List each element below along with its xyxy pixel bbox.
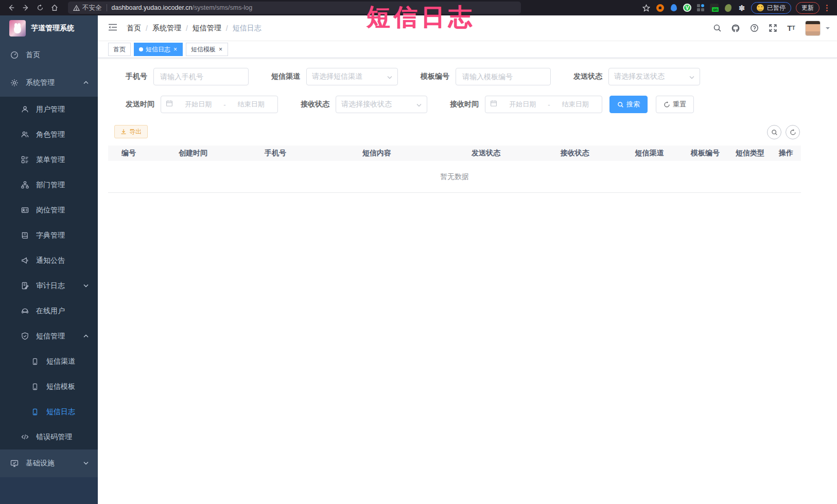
sidebar-item-sms-log[interactable]: 短信日志	[0, 399, 98, 424]
sidebar-item-menu-management[interactable]: 菜单管理	[0, 147, 98, 172]
breadcrumb-home[interactable]: 首页	[127, 24, 141, 33]
bookmark-star-icon[interactable]	[641, 3, 651, 12]
sidebar-item-label: 短信管理	[36, 332, 65, 341]
extension-on-icon[interactable]: on	[710, 4, 719, 12]
send-status-select[interactable]: 请选择发送状态	[608, 68, 700, 85]
daterange-separator: -	[548, 101, 550, 109]
user-avatar[interactable]	[805, 21, 821, 36]
sidebar-item-label: 错误码管理	[36, 433, 72, 442]
sidebar-item-home[interactable]: 首页	[0, 41, 98, 69]
sidebar-item-system-management[interactable]: 系统管理	[0, 69, 98, 97]
help-icon[interactable]	[747, 22, 761, 35]
tab-home[interactable]: 首页	[108, 43, 131, 56]
site-security[interactable]: 不安全	[73, 4, 102, 12]
chevron-down-icon	[83, 284, 89, 287]
extension-v-label: V	[686, 5, 689, 11]
chevron-down-icon	[387, 72, 392, 81]
search-form: 手机号 短信渠道 请选择短信渠道 模板编号 发送状态 请选择发送状态	[98, 67, 837, 114]
app-logo[interactable]: 芋道管理系统	[0, 15, 98, 41]
breadcrumb-system[interactable]: 系统管理	[152, 24, 181, 33]
template-id-input[interactable]	[456, 68, 551, 85]
breadcrumb-current: 短信日志	[233, 24, 261, 33]
sidebar-item-label: 通知公告	[36, 256, 65, 265]
refresh-table-button[interactable]	[786, 125, 800, 139]
send-time-daterange[interactable]: 开始日期 - 结束日期	[161, 96, 278, 113]
export-button[interactable]: 导出	[114, 125, 148, 138]
paused-chip[interactable]: 已暂停	[751, 2, 791, 14]
extension-drop-icon[interactable]	[669, 3, 678, 12]
extension-grid-icon[interactable]	[696, 3, 705, 12]
table-header-channel: 短信渠道	[617, 149, 682, 158]
reset-button-label: 重置	[673, 100, 686, 109]
sidebar-item-notice[interactable]: 通知公告	[0, 248, 98, 273]
reset-button[interactable]: 重置	[656, 96, 694, 113]
warning-icon	[73, 5, 80, 11]
select-placeholder: 请选择短信渠道	[312, 72, 362, 81]
receive-time-daterange[interactable]: 开始日期 - 结束日期	[485, 96, 602, 113]
browser-menu-icon[interactable]	[824, 5, 833, 11]
search-button-label: 搜索	[626, 100, 640, 109]
sidebar-item-label: 用户管理	[36, 105, 65, 114]
table-header-content: 短信内容	[314, 149, 440, 158]
sidebar-item-role-management[interactable]: 角色管理	[0, 122, 98, 147]
sms-log-table: 编号 创建时间 手机号 短信内容 发送状态 接收状态 短信渠道 模板编号 短信类…	[108, 146, 801, 193]
sidebar-item-post-management[interactable]: 岗位管理	[0, 197, 98, 223]
github-icon[interactable]	[729, 22, 742, 35]
filter-label: 接收状态	[301, 100, 336, 109]
forward-icon[interactable]	[20, 2, 32, 14]
breadcrumb-separator: /	[186, 24, 188, 32]
user-icon	[21, 105, 29, 114]
tab-sms-template[interactable]: 短信模板	[186, 43, 228, 56]
sidebar-item-error-code-management[interactable]: 错误码管理	[0, 424, 98, 449]
extension-flower-icon[interactable]: ✽	[737, 3, 746, 12]
update-button[interactable]: 更新	[796, 2, 819, 14]
url-host: dashboard.yudao.iocoder.cn	[112, 4, 193, 11]
extension-leaf-icon[interactable]	[723, 3, 733, 12]
tab-sms-log[interactable]: 短信日志	[134, 43, 183, 56]
font-size-icon[interactable]: TT	[784, 22, 798, 35]
chevron-up-icon	[83, 81, 89, 84]
sidebar-item-department-management[interactable]: 部门管理	[0, 172, 98, 197]
tab-close-icon[interactable]	[218, 46, 223, 52]
toggle-search-button[interactable]	[767, 125, 781, 139]
sidebar-fold-icon[interactable]	[98, 23, 127, 33]
calendar-icon	[166, 100, 173, 109]
sidebar-item-dict-management[interactable]: 字典管理	[0, 223, 98, 248]
breadcrumb: 首页 / 系统管理 / 短信管理 / 短信日志	[127, 24, 261, 33]
filter-label: 接收时间	[450, 100, 485, 109]
security-label: 不安全	[82, 4, 102, 12]
search-icon[interactable]	[710, 22, 724, 35]
search-button[interactable]: 搜索	[609, 96, 648, 113]
phone-input[interactable]	[153, 68, 249, 85]
reload-icon[interactable]	[34, 2, 46, 14]
back-icon[interactable]	[5, 2, 18, 14]
avatar-caret-icon[interactable]	[826, 27, 830, 31]
fullscreen-icon[interactable]	[766, 22, 779, 35]
extension-v-icon[interactable]: V	[683, 4, 691, 12]
tab-close-icon[interactable]	[173, 46, 178, 52]
sidebar-item-infrastructure[interactable]: 基础设施	[0, 449, 98, 477]
receive-status-select[interactable]: 请选择接收状态	[336, 96, 427, 113]
sidebar-item-user-management[interactable]: 用户管理	[0, 97, 98, 122]
extension-donut-icon[interactable]	[655, 3, 665, 12]
breadcrumb-separator: /	[146, 24, 148, 32]
sidebar-item-label: 短信模板	[46, 382, 75, 391]
breadcrumb-sms[interactable]: 短信管理	[193, 24, 221, 33]
filter-label: 短信渠道	[271, 72, 306, 81]
sidebar-item-sms-template[interactable]: 短信模板	[0, 374, 98, 399]
sidebar-item-sms-channel[interactable]: 短信渠道	[0, 349, 98, 374]
overlay-annotation-title: 短信日志	[367, 4, 476, 30]
header-actions: TT	[710, 21, 837, 36]
channel-select[interactable]: 请选择短信渠道	[306, 68, 398, 85]
home-icon[interactable]	[48, 2, 61, 14]
chevron-down-icon	[83, 461, 89, 465]
emoji-icon	[757, 4, 764, 11]
table-header-id: 编号	[108, 149, 149, 158]
filter-send-time: 发送时间 开始日期 - 结束日期	[126, 96, 278, 113]
sidebar-item-online-users[interactable]: 在线用户	[0, 298, 98, 323]
sidebar-item-sms-management[interactable]: 短信管理	[0, 323, 98, 349]
sidebar-item-label: 在线用户	[36, 307, 65, 316]
sidebar-item-label: 部门管理	[36, 181, 65, 190]
calendar-icon	[490, 100, 497, 109]
sidebar-item-audit-log[interactable]: 审计日志	[0, 273, 98, 298]
